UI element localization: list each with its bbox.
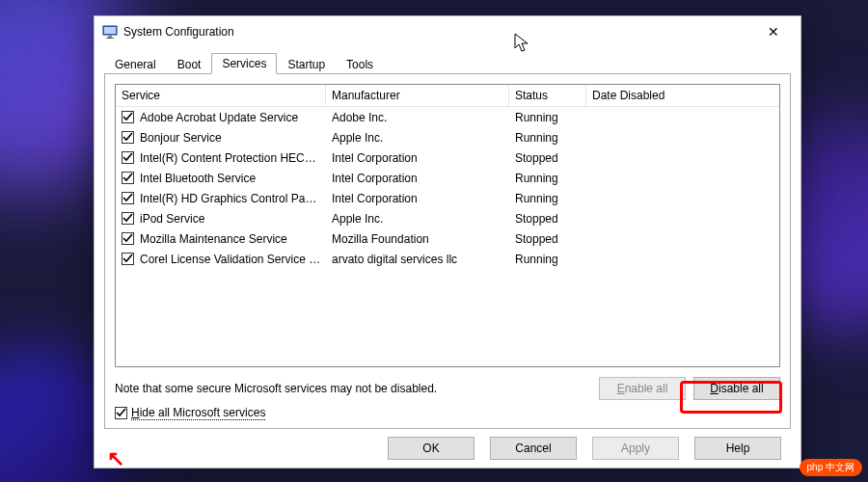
table-row[interactable]: Adobe Acrobat Update ServiceAdobe Inc.Ru… xyxy=(116,107,779,127)
service-manufacturer: Adobe Inc. xyxy=(326,109,509,126)
service-manufacturer: arvato digital services llc xyxy=(326,251,509,268)
service-checkbox[interactable] xyxy=(122,212,134,225)
table-row[interactable]: Bonjour ServiceApple Inc.Running xyxy=(116,127,779,147)
service-manufacturer: Apple Inc. xyxy=(326,129,509,147)
service-manufacturer: Intel Corporation xyxy=(326,170,509,187)
service-status: Stopped xyxy=(509,230,586,248)
svg-rect-3 xyxy=(106,38,114,39)
service-date-disabled xyxy=(586,237,779,241)
note-text: Note that some secure Microsoft services… xyxy=(115,382,591,395)
service-name: Intel Bluetooth Service xyxy=(140,172,256,185)
service-name: Bonjour Service xyxy=(140,131,222,145)
service-checkbox[interactable] xyxy=(122,192,134,204)
table-row[interactable]: iPod ServiceApple Inc.Stopped xyxy=(116,208,779,228)
tab-boot[interactable]: Boot xyxy=(167,54,212,74)
service-name: Corel License Validation Service … xyxy=(140,253,320,266)
table-row[interactable]: Intel(R) HD Graphics Control Pa…Intel Co… xyxy=(116,188,779,208)
services-listview[interactable]: Service Manufacturer Status Date Disable… xyxy=(115,84,780,367)
service-manufacturer: Mozilla Foundation xyxy=(326,230,509,248)
ok-button[interactable]: OK xyxy=(388,437,475,460)
hide-microsoft-row[interactable]: Hide all Microsoft services xyxy=(115,406,780,420)
svg-rect-1 xyxy=(104,27,116,34)
tab-tools[interactable]: Tools xyxy=(336,54,384,74)
service-date-disabled xyxy=(586,176,779,180)
close-button[interactable]: ✕ xyxy=(751,18,795,45)
system-configuration-window: System Configuration ✕ GeneralBootServic… xyxy=(94,15,801,469)
disable-all-button[interactable]: Disable all xyxy=(693,377,780,400)
service-manufacturer: Intel Corporation xyxy=(326,149,509,167)
service-status: Running xyxy=(509,251,586,268)
service-date-disabled xyxy=(586,217,779,221)
table-row[interactable]: Intel Bluetooth ServiceIntel Corporation… xyxy=(116,168,779,188)
service-checkbox[interactable] xyxy=(122,232,134,245)
column-manufacturer[interactable]: Manufacturer xyxy=(326,85,509,106)
cancel-button[interactable]: Cancel xyxy=(490,437,577,460)
service-checkbox[interactable] xyxy=(122,131,134,144)
service-status: Running xyxy=(509,129,586,147)
column-service[interactable]: Service xyxy=(116,85,326,106)
hide-microsoft-label[interactable]: Hide all Microsoft services xyxy=(131,406,265,420)
service-checkbox[interactable] xyxy=(122,151,134,164)
tab-startup[interactable]: Startup xyxy=(277,54,336,74)
enable-all-button: Enable all xyxy=(599,377,686,400)
service-name: Intel(R) HD Graphics Control Pa… xyxy=(140,192,316,205)
service-status: Running xyxy=(509,170,586,187)
service-date-disabled xyxy=(586,156,779,160)
window-monitor-icon xyxy=(102,24,118,40)
service-date-disabled xyxy=(586,116,779,120)
checkmark-icon xyxy=(116,408,126,418)
listview-header: Service Manufacturer Status Date Disable… xyxy=(116,85,779,107)
service-checkbox[interactable] xyxy=(122,111,134,123)
service-manufacturer: Intel Corporation xyxy=(326,190,509,207)
watermark-badge: php 中文网 xyxy=(800,459,862,476)
table-row[interactable]: Intel(R) Content Protection HEC…Intel Co… xyxy=(116,147,779,168)
dialog-buttons: OK Cancel Apply Help xyxy=(104,429,791,460)
table-row[interactable]: Corel License Validation Service …arvato… xyxy=(116,249,779,269)
service-status: Stopped xyxy=(509,149,586,167)
service-manufacturer: Apple Inc. xyxy=(326,210,509,228)
service-checkbox[interactable] xyxy=(122,172,134,184)
services-panel: Service Manufacturer Status Date Disable… xyxy=(104,73,791,429)
svg-rect-2 xyxy=(108,36,112,38)
service-status: Stopped xyxy=(509,210,586,228)
listview-body: Adobe Acrobat Update ServiceAdobe Inc.Ru… xyxy=(116,107,779,366)
service-name: iPod Service xyxy=(140,212,204,226)
service-date-disabled xyxy=(586,197,779,201)
service-checkbox[interactable] xyxy=(122,253,134,265)
tab-services[interactable]: Services xyxy=(211,53,277,74)
service-date-disabled xyxy=(586,257,779,261)
column-status[interactable]: Status xyxy=(509,85,586,106)
tab-general[interactable]: General xyxy=(104,54,167,74)
window-title: System Configuration xyxy=(123,25,234,39)
service-name: Mozilla Maintenance Service xyxy=(140,232,287,246)
service-status: Running xyxy=(509,109,586,126)
titlebar[interactable]: System Configuration ✕ xyxy=(95,16,800,47)
close-icon: ✕ xyxy=(768,25,779,39)
service-name: Adobe Acrobat Update Service xyxy=(140,111,298,124)
service-name: Intel(R) Content Protection HEC… xyxy=(140,151,316,165)
apply-button: Apply xyxy=(592,437,679,460)
column-date-disabled[interactable]: Date Disabled xyxy=(586,85,779,106)
help-button[interactable]: Help xyxy=(694,437,781,460)
hide-microsoft-checkbox[interactable] xyxy=(115,407,127,419)
table-row[interactable]: Mozilla Maintenance ServiceMozilla Found… xyxy=(116,228,779,249)
service-status: Running xyxy=(509,190,586,207)
service-date-disabled xyxy=(586,136,779,140)
tab-strip: GeneralBootServicesStartupTools xyxy=(104,53,791,74)
